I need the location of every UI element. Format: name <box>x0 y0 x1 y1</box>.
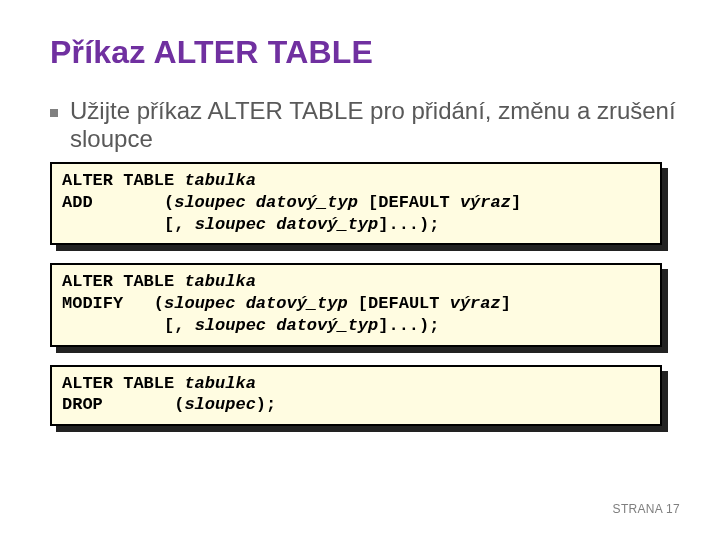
code-text-italic: tabulka <box>184 374 255 393</box>
code-text: ADD ( <box>62 193 174 212</box>
code-text: ); <box>256 395 276 414</box>
code-text: DROP ( <box>62 395 184 414</box>
footer-label: STRANA <box>613 502 666 516</box>
code-text-italic: výraz <box>460 193 511 212</box>
code-box: ALTER TABLE tabulka DROP (sloupec); <box>50 365 662 427</box>
code-box: ALTER TABLE tabulka MODIFY (sloupec dato… <box>50 263 662 346</box>
code-text-italic: sloupec datový_typ <box>174 193 358 212</box>
code-block-drop: ALTER TABLE tabulka DROP (sloupec); <box>50 365 662 427</box>
code-text: MODIFY ( <box>62 294 164 313</box>
code-block-add: ALTER TABLE tabulka ADD (sloupec datový_… <box>50 162 662 245</box>
code-text: ALTER TABLE <box>62 272 184 291</box>
code-text-italic: sloupec datový_typ <box>164 294 348 313</box>
bullet-item: Užijte příkaz ALTER TABLE pro přidání, z… <box>50 97 676 152</box>
code-text: [DEFAULT <box>348 294 450 313</box>
code-text: ]...); <box>378 215 439 234</box>
code-text-italic: sloupec datový_typ <box>195 316 379 335</box>
code-text: ALTER TABLE <box>62 171 184 190</box>
code-text-italic: sloupec <box>184 395 255 414</box>
bullet-marker-icon <box>50 109 58 117</box>
code-text: ] <box>501 294 511 313</box>
code-text: [, <box>62 316 195 335</box>
code-text-italic: tabulka <box>184 272 255 291</box>
code-box: ALTER TABLE tabulka ADD (sloupec datový_… <box>50 162 662 245</box>
code-text: ]...); <box>378 316 439 335</box>
code-text-italic: výraz <box>450 294 501 313</box>
code-text: ] <box>511 193 521 212</box>
code-text: [, <box>62 215 195 234</box>
code-text: ALTER TABLE <box>62 374 184 393</box>
footer-page-number: 17 <box>666 502 680 516</box>
code-text-italic: sloupec datový_typ <box>195 215 379 234</box>
code-text-italic: tabulka <box>184 171 255 190</box>
bullet-text: Užijte příkaz ALTER TABLE pro přidání, z… <box>70 97 676 152</box>
code-block-modify: ALTER TABLE tabulka MODIFY (sloupec dato… <box>50 263 662 346</box>
code-text: [DEFAULT <box>358 193 460 212</box>
slide-title: Příkaz ALTER TABLE <box>50 34 676 71</box>
slide: Příkaz ALTER TABLE Užijte příkaz ALTER T… <box>0 0 720 540</box>
page-footer: STRANA 17 <box>613 502 680 516</box>
